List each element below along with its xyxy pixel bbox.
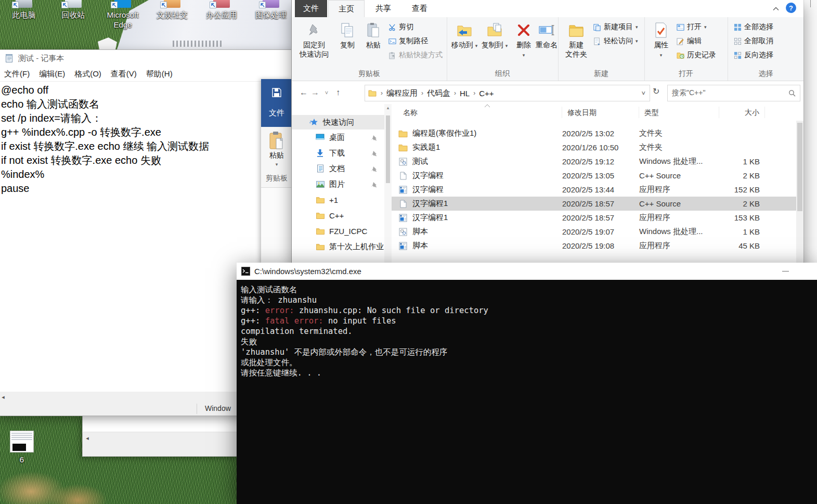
scroll-left-icon[interactable]	[0, 392, 8, 402]
file-row[interactable]: 汉字编程2020/2/5 13:44应用程序152 KB	[392, 183, 796, 197]
refresh-icon[interactable]: ↻	[653, 86, 659, 96]
notepad-menu-item[interactable]: 编辑(E)	[34, 69, 70, 79]
tab-share[interactable]: 共享	[366, 0, 401, 17]
desktop-icon-computer[interactable]: 此电脑	[3, 0, 45, 20]
rename-button[interactable]: 重命名	[534, 20, 559, 49]
background-notepad-window[interactable]	[82, 416, 238, 457]
notepad-menu-item[interactable]: 帮助(H)	[141, 69, 177, 79]
notepad-title-bar[interactable]: 测试 - 记事本	[0, 50, 293, 67]
tab-view[interactable]: 查看	[402, 0, 437, 17]
new-item-icon	[593, 23, 601, 31]
new-item-label: 新建项目	[604, 22, 633, 32]
column-header-date[interactable]: 修改日期	[562, 107, 639, 118]
address-dropdown-icon[interactable]	[641, 89, 650, 97]
notepad-menu-item[interactable]: 格式(O)	[70, 69, 106, 79]
sidebar-scrollbar[interactable]: ▴	[384, 104, 392, 264]
tab-file[interactable]: 文件	[295, 0, 327, 17]
up-icon[interactable]: ↑	[332, 88, 344, 97]
copy-button[interactable]: 复制	[335, 20, 359, 49]
sidebar-item-quick-access[interactable]: 快速访问	[292, 115, 384, 130]
move-to-icon	[457, 20, 472, 40]
delete-button[interactable]: 删除	[513, 20, 534, 60]
easy-access-button[interactable]: 轻松访问	[593, 36, 638, 46]
copy-label: 复制	[340, 40, 355, 49]
new-folder-button[interactable]: 新建文件夹	[562, 20, 590, 59]
help-icon[interactable]: ?	[786, 3, 796, 13]
breadcrumb-segment[interactable]: HL	[458, 89, 471, 98]
horizontal-scrollbar[interactable]	[83, 432, 238, 444]
cmd-output[interactable]: 输入测试函数名请输入： zhuanshug++: error: zhuanshu…	[237, 280, 817, 504]
paste-button[interactable]: 粘贴	[361, 20, 385, 49]
paste-shortcut-button[interactable]: 粘贴快捷方式	[388, 50, 443, 60]
edit-button[interactable]: 编辑	[677, 36, 716, 46]
scroll-left-icon[interactable]	[83, 432, 92, 444]
scroll-up-icon[interactable]: ▴	[384, 105, 392, 110]
file-row[interactable]: 编程题(寒假作业1)2020/2/5 13:02文件夹	[392, 126, 796, 140]
sidebar-item-C++[interactable]: C++	[292, 208, 384, 223]
search-input[interactable]: 搜索"C++"	[672, 88, 788, 98]
history-button[interactable]: 历史记录	[677, 50, 716, 60]
pin-to-quick-access-button[interactable]: 固定到快速访问	[297, 20, 331, 59]
properties-button[interactable]: 属性	[650, 20, 672, 60]
select-none-button[interactable]: 全部取消	[734, 36, 773, 46]
sidebar-item-桌面[interactable]: 桌面	[292, 130, 384, 145]
desktop-icon-recycle[interactable]: 回收站	[52, 0, 95, 20]
forward-icon[interactable]: →	[309, 88, 321, 97]
rename-label: 重命名	[536, 40, 557, 49]
paste-button[interactable]: 粘贴	[261, 131, 292, 167]
column-header-type[interactable]: 类型	[639, 107, 719, 118]
picture-icon	[316, 181, 325, 188]
sidebar-item-下载[interactable]: 下载	[292, 145, 384, 161]
breadcrumb-segment[interactable]: C++	[477, 89, 495, 98]
select-all-button[interactable]: 全部选择	[734, 22, 773, 32]
file-row[interactable]: 汉字编程2020/2/5 13:05C++ Source2 KB	[392, 169, 796, 183]
column-header-size[interactable]: 大小	[719, 107, 765, 118]
file-row[interactable]: 脚本2020/2/5 19:08应用程序45 KB	[392, 239, 796, 253]
file-row[interactable]: 汉字编程12020/2/5 18:57应用程序153 KB	[392, 211, 796, 225]
explorer-main: 快速访问 桌面下载文档图片+1C++FZU_ICPC第十次上机作业 ▴ 名称 修…	[292, 104, 803, 264]
desktop-icon-image[interactable]: 图像处理	[250, 0, 292, 20]
ribbon-group-open: 属性 打开 编辑 历史记录	[644, 17, 728, 81]
copy-path-button[interactable]: 复制路径	[388, 36, 443, 46]
scrollbar-thumb[interactable]	[797, 123, 802, 211]
desktop-icon-office[interactable]: 办公应用	[200, 0, 243, 20]
sidebar-item-+1[interactable]: +1	[292, 192, 384, 208]
sidebar-item-第十次上机作业[interactable]: 第十次上机作业	[292, 239, 384, 254]
collapse-ribbon-icon[interactable]	[771, 4, 781, 14]
sidebar-item-文档[interactable]: 文档	[292, 161, 384, 176]
file-list-scrollbar[interactable]	[796, 121, 803, 264]
new-item-button[interactable]: 新建项目	[593, 22, 638, 32]
file-row[interactable]: 脚本2020/2/5 19:07Windows 批处理...1 KB	[392, 225, 796, 239]
cut-button[interactable]: 剪切	[388, 22, 443, 32]
file-row[interactable]: 实践题12020/1/26 10:50文件夹	[392, 140, 796, 154]
notepad-menu-item[interactable]: 文件(F)	[0, 69, 34, 79]
minimize-button[interactable]	[773, 263, 797, 280]
breadcrumb-segment[interactable]: 编程应用	[385, 88, 419, 98]
invert-selection-button[interactable]: 反向选择	[734, 50, 773, 60]
desktop-icon-social[interactable]: 文娱社交	[151, 0, 193, 20]
word-file-tab[interactable]: 文件	[261, 79, 292, 127]
breadcrumb[interactable]: › 编程应用›代码盒›HL›C++	[365, 85, 650, 101]
file-row[interactable]: 汉字编程12020/2/5 18:57C++ Source2 KB	[392, 197, 796, 211]
recent-locations-icon[interactable]: ˅	[321, 89, 332, 96]
column-header-name[interactable]: 名称	[392, 107, 562, 118]
open-button[interactable]: 打开	[677, 22, 716, 32]
folder-icon	[316, 197, 325, 203]
copy-to-button[interactable]: 复制到	[480, 20, 509, 50]
sidebar-item-FZU_ICPC[interactable]: FZU_ICPC	[292, 223, 384, 239]
notepad-menu-item[interactable]: 查看(V)	[106, 69, 141, 79]
search-icon	[788, 89, 796, 97]
desktop-icon-6[interactable]: 6	[9, 431, 35, 464]
back-icon[interactable]: ←	[298, 88, 309, 97]
move-to-button[interactable]: 移动到	[450, 20, 479, 50]
search-box[interactable]: 搜索"C++"	[667, 85, 800, 101]
file-row[interactable]: 测试2020/2/5 19:12Windows 批处理...1 KB	[392, 154, 796, 169]
breadcrumb-segment[interactable]: 代码盒	[425, 88, 452, 98]
desktop-icon-edge[interactable]: Microsoft Edge	[101, 0, 144, 30]
sidebar-item-图片[interactable]: 图片	[292, 176, 384, 192]
cmd-title-bar[interactable]: C:\windows\system32\cmd.exe	[237, 263, 817, 280]
save-icon[interactable]	[271, 87, 282, 98]
tab-home[interactable]: 主页	[328, 0, 365, 17]
chevron-down-icon	[523, 53, 525, 58]
scrollbar-thumb[interactable]	[386, 115, 390, 183]
